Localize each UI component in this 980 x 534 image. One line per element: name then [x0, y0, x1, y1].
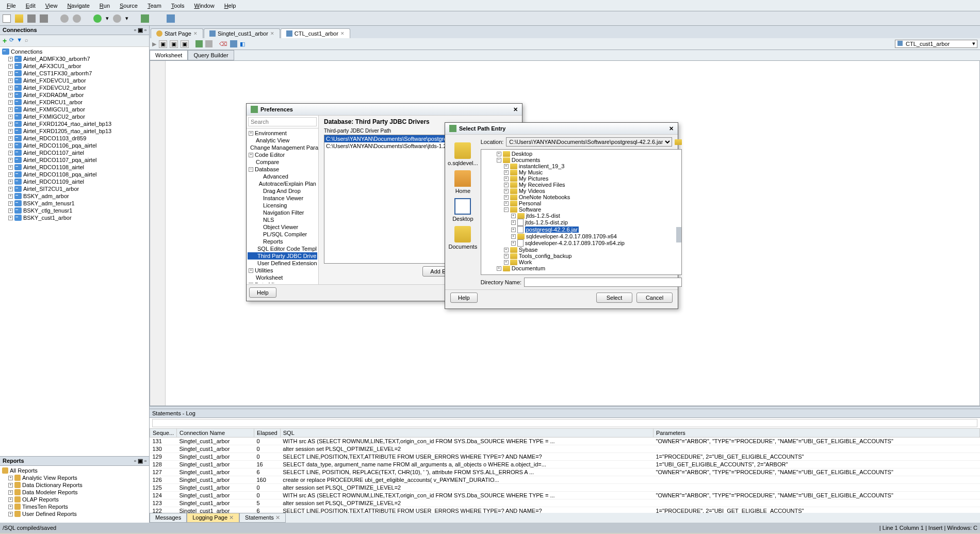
report-item[interactable]: +Data Modeler Reports — [1, 489, 148, 496]
log-header[interactable]: Parameters — [653, 429, 979, 438]
db-icon[interactable] — [141, 14, 149, 23]
file-tree[interactable]: +Desktop−Documents+instantclient_19_3+My… — [481, 149, 682, 275]
worksheet-tab[interactable]: Query Builder — [188, 50, 234, 60]
connection-item[interactable]: +Airtel_FXMIGCU1_arbor — [1, 106, 148, 113]
connection-item[interactable]: +Airtel_RDCO1103_dr859 — [1, 135, 148, 142]
connection-item[interactable]: +Airtel_CST1FX30_arborrh7 — [1, 70, 148, 77]
prefs-tree-item[interactable]: +Environment — [248, 130, 317, 137]
close-icon[interactable]: ✕ — [513, 106, 518, 113]
log-tab[interactable]: Statements ✕ — [239, 513, 286, 523]
reports-tree[interactable]: All Reports +Analytic View Reports+Data … — [0, 466, 149, 523]
file-tree-item[interactable]: +Sybase — [482, 247, 681, 253]
sql-history-icon[interactable] — [230, 40, 237, 47]
explain-icon[interactable]: ▣ — [170, 40, 178, 48]
undo-icon[interactable] — [60, 14, 69, 23]
menu-tools[interactable]: Tools — [167, 2, 189, 10]
menu-view[interactable]: View — [41, 2, 62, 10]
log-header[interactable]: Seque... — [150, 429, 177, 438]
prefs-tree-item[interactable]: Analytic View — [248, 137, 317, 144]
prefs-tree-item[interactable]: NLS — [248, 216, 317, 223]
connection-picker[interactable]: CTL_cust1_arbor — [895, 40, 977, 48]
dirname-input[interactable] — [524, 278, 682, 287]
prefs-tree-item[interactable]: Compare — [248, 158, 317, 166]
run-icon[interactable]: ▶ — [152, 41, 156, 47]
file-tree-item[interactable]: +postgresql-42.2.6.jar — [482, 226, 681, 233]
file-tree-item[interactable]: +jtds-1.2.5-dist — [482, 213, 681, 219]
file-tree-item[interactable]: −Documents — [482, 157, 681, 163]
menu-team[interactable]: Team — [143, 2, 166, 10]
prefs-tree-item[interactable]: +Code Editor — [248, 151, 317, 158]
file-tree-item[interactable]: −Software — [482, 206, 681, 213]
cancel-button[interactable]: Cancel — [636, 293, 673, 303]
all-reports[interactable]: All Reports — [10, 467, 38, 474]
menu-edit[interactable]: Edit — [22, 2, 40, 10]
log-header[interactable]: SQL — [280, 429, 653, 438]
prefs-tree-item[interactable]: Object Viewer — [248, 223, 317, 231]
connection-item[interactable]: +Airtel_RDCO1108_pqa_airtel — [1, 171, 148, 178]
file-tree-item[interactable]: +My Videos — [482, 188, 681, 194]
help-button[interactable]: Help — [450, 293, 478, 303]
connection-item[interactable]: +Airtel_RDCO1108_airtel — [1, 164, 148, 171]
prefs-tree-item[interactable]: Drag And Drop — [248, 187, 317, 195]
prefs-tree-item[interactable]: Third Party JDBC Drive — [248, 252, 317, 260]
prefs-tree-item[interactable]: Advanced — [248, 173, 317, 180]
log-tab[interactable]: Logging Page ✕ — [187, 513, 239, 523]
new-icon[interactable] — [3, 14, 11, 23]
saveall-icon[interactable] — [40, 14, 48, 23]
prefs-tree[interactable]: +EnvironmentAnalytic ViewChange Manageme… — [247, 116, 319, 284]
commit-icon[interactable] — [195, 40, 203, 47]
connection-item[interactable]: +Airtel_SIT2CU1_arbor — [1, 185, 148, 192]
connection-item[interactable]: +BSKY_adm_tenusr1 — [1, 200, 148, 207]
log-header[interactable]: Connection Name — [176, 429, 254, 438]
location-select[interactable]: C:\Users\YANYAN\Documents\Software\postg… — [506, 137, 672, 147]
file-tree-item[interactable]: +My Pictures — [482, 175, 681, 182]
prefs-tree-item[interactable]: Navigation Filter — [248, 209, 317, 216]
connection-item[interactable]: +BSKY_adm_arbor — [1, 192, 148, 200]
select-button[interactable]: Select — [596, 293, 632, 303]
filter-icon[interactable]: ▼ — [17, 37, 22, 45]
report-item[interactable]: +Data Dictionary Reports — [1, 481, 148, 489]
file-tree-item[interactable]: +instantclient_19_3 — [482, 163, 681, 169]
log-search-input[interactable] — [152, 419, 977, 427]
prefs-tree-item[interactable]: Instance Viewer — [248, 195, 317, 202]
menu-run[interactable]: Run — [95, 2, 114, 10]
connection-item[interactable]: +Airtel_AFX3CU1_arbor — [1, 62, 148, 70]
file-tree-item[interactable]: +sqldeveloper-4.2.0.17.089.1709-x64 — [482, 233, 681, 239]
connection-item[interactable]: +Airtel_FXDEVCU2_arbor — [1, 84, 148, 91]
prefs-tree-item[interactable]: User Defined Extension — [248, 260, 317, 267]
prefs-tree-item[interactable]: +Utilities — [248, 267, 317, 274]
file-tree-item[interactable]: +sqldeveloper-4.2.0.17.089.1709-x64.zip — [482, 239, 681, 247]
file-tree-item[interactable]: +My Music — [482, 169, 681, 175]
new-connection-icon[interactable]: + — [3, 37, 7, 45]
path-sidebar-item[interactable]: Desktop — [452, 198, 473, 222]
search-icon[interactable]: ⌕ — [25, 37, 28, 45]
file-tree-item[interactable]: +Desktop — [482, 151, 681, 157]
connection-item[interactable]: +Airtel_FXDRCU1_arbor — [1, 99, 148, 106]
connections-tree[interactable]: Connections +Airtel_ADMFX30_arborrh7+Air… — [0, 47, 149, 456]
menu-file[interactable]: File — [3, 2, 20, 10]
log-row[interactable]: 131Singtel_cust1_arbor0 WITH src AS (SEL… — [150, 438, 980, 445]
panel-controls[interactable]: ▫ ▣ ▫ — [134, 27, 146, 34]
prefs-tree-item[interactable]: Autotrace/Explain Plan — [248, 180, 317, 187]
connections-root[interactable]: Connections — [11, 48, 42, 55]
redo-icon[interactable] — [73, 14, 81, 23]
editor-tab[interactable]: Start Page✕ — [151, 28, 203, 38]
log-row[interactable]: 122Singtel_cust1_arbor6SELECT LINE,POSIT… — [150, 507, 980, 513]
file-tree-item[interactable]: +jtds-1.2.5-dist.zip — [482, 219, 681, 226]
editor-tab[interactable]: CTL_cust1_arbor✕ — [281, 28, 350, 38]
menu-source[interactable]: Source — [116, 2, 142, 10]
scrollbar-thumb[interactable] — [676, 227, 681, 242]
connection-item[interactable]: +BSKY_cust1_arbor — [1, 214, 148, 221]
report-item[interactable]: +OLAP Reports — [1, 496, 148, 503]
path-sidebar-item[interactable]: Documents — [449, 226, 478, 250]
path-sidebar-item[interactable]: Home — [454, 170, 471, 194]
file-tree-item[interactable]: +OneNote Notebooks — [482, 194, 681, 200]
panel-controls[interactable]: ▫ ▣ ▫ — [134, 458, 146, 464]
prefs-tree-item[interactable]: PL/SQL Compiler — [248, 231, 317, 238]
log-row[interactable]: 123Singtel_cust1_arbor5alter session set… — [150, 499, 980, 507]
run-script-icon[interactable]: ▣ — [159, 40, 167, 48]
log-row[interactable]: 126Singtel_cust1_arbor160create or repla… — [150, 476, 980, 484]
menu-navigate[interactable]: Navigate — [63, 2, 93, 10]
log-table[interactable]: Seque...Connection NameElapsedSQLParamet… — [150, 428, 980, 513]
connection-item[interactable]: +Airtel_FXDRADM_arbor — [1, 91, 148, 99]
